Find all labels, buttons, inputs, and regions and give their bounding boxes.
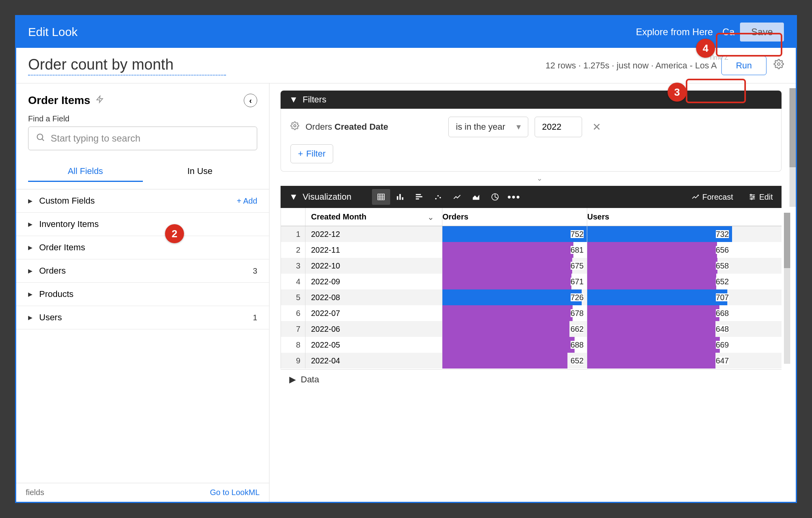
field-group[interactable]: ▸Inventory Items (16, 213, 269, 236)
field-group-label: Inventory Items (39, 219, 257, 229)
svg-point-21 (698, 195, 698, 196)
viz-scatter-icon[interactable] (429, 189, 447, 205)
field-group[interactable]: ▸Products (16, 283, 269, 306)
explore-from-here-link[interactable]: Explore from Here (636, 26, 713, 38)
cell-orders[interactable]: 671 (442, 274, 587, 289)
bolt-icon[interactable] (96, 95, 104, 106)
viz-bar-icon[interactable] (410, 189, 428, 205)
gear-icon[interactable] (290, 121, 299, 132)
cell-orders[interactable]: 675 (442, 258, 587, 274)
cell-users[interactable]: 658 (587, 258, 732, 274)
main-scrollbar[interactable] (789, 88, 796, 207)
gear-icon[interactable] (774, 59, 784, 72)
users-value: 656 (716, 246, 729, 254)
cell-users[interactable]: 656 (587, 242, 732, 258)
column-header-orders[interactable]: Orders (442, 208, 587, 226)
cell-orders[interactable]: 688 (442, 337, 587, 353)
users-value: 669 (716, 341, 729, 349)
search-field-box[interactable] (28, 127, 257, 150)
cell-orders[interactable]: 726 (442, 289, 587, 305)
caret-right-icon: ▸ (28, 242, 34, 253)
field-picker-sidebar: Order Items ‹ Find a Field All Fields (16, 83, 269, 502)
svg-point-25 (750, 194, 751, 195)
data-section-header[interactable]: ▶ Data (281, 369, 782, 389)
visualization-header[interactable]: ▼ Visualization ••• Forecast (281, 186, 782, 208)
row-index: 2 (281, 242, 305, 258)
viz-edit-button[interactable]: Edit (748, 193, 773, 202)
svg-rect-5 (378, 194, 385, 200)
add-custom-field-link[interactable]: + Add (237, 197, 257, 206)
cell-month[interactable]: 2022-04 (305, 353, 442, 369)
cell-users[interactable]: 652 (587, 274, 732, 289)
cell-month[interactable]: 2022-07 (305, 305, 442, 321)
field-tabs: All Fields In Use (28, 161, 257, 182)
viz-pie-icon[interactable] (486, 189, 504, 205)
annotation-4: 4 (696, 39, 715, 58)
grid-scrollbar[interactable] (784, 213, 790, 364)
cell-orders[interactable]: 652 (442, 353, 587, 369)
filter-row: Orders Created Date is in the year ▾ ✕ (290, 117, 772, 137)
svg-rect-14 (416, 196, 423, 197)
caret-down-icon: ▼ (289, 95, 298, 105)
cell-users[interactable]: 669 (587, 337, 732, 353)
add-filter-button[interactable]: + Filter (290, 144, 333, 163)
grid-header-index (281, 208, 305, 226)
row-index: 1 (281, 226, 305, 242)
page-mode-title: Edit Look (28, 25, 78, 39)
cell-orders[interactable]: 752 (442, 226, 587, 242)
cell-users[interactable]: 648 (587, 321, 732, 337)
cancel-link[interactable]: Ca (723, 26, 735, 38)
filters-header[interactable]: ▼ Filters (281, 91, 782, 109)
field-group[interactable]: ▸Order Items (16, 236, 269, 259)
tab-all-fields[interactable]: All Fields (28, 161, 143, 182)
cell-month[interactable]: 2022-08 (305, 289, 442, 305)
column-header-users[interactable]: Users (587, 208, 732, 226)
cell-month[interactable]: 2022-05 (305, 337, 442, 353)
column-header-month[interactable]: Created Month ⌄ (305, 208, 442, 226)
viz-more-icon[interactable]: ••• (505, 189, 523, 205)
cell-month[interactable]: 2022-10 (305, 258, 442, 274)
row-index: 8 (281, 337, 305, 353)
cell-users[interactable]: 707 (587, 289, 732, 305)
cell-month[interactable]: 2022-12 (305, 226, 442, 242)
viz-line-icon[interactable] (448, 189, 466, 205)
tab-in-use[interactable]: In Use (143, 161, 258, 182)
cell-month[interactable]: 2022-06 (305, 321, 442, 337)
cell-orders[interactable]: 678 (442, 305, 587, 321)
viz-area-icon[interactable] (467, 189, 485, 205)
users-value: 652 (716, 278, 729, 285)
table-row: 92022-04652647 (281, 353, 782, 369)
fields-footer-label: fields (26, 488, 44, 497)
remove-filter-icon[interactable]: ✕ (592, 121, 601, 133)
viz-column-icon[interactable] (391, 189, 409, 205)
cell-orders[interactable]: 662 (442, 321, 587, 337)
cell-orders[interactable]: 681 (442, 242, 587, 258)
cell-users[interactable]: 668 (587, 305, 732, 321)
filter-value-input[interactable] (535, 117, 582, 137)
expand-section-icon[interactable]: ⌄ (537, 174, 543, 183)
table-row: 12022-12752732 (281, 226, 782, 242)
field-group[interactable]: ▸Custom Fields+ Add (16, 189, 269, 213)
cell-month[interactable]: 2022-11 (305, 242, 442, 258)
table-row: 42022-09671652 (281, 274, 782, 289)
filter-operator-select[interactable]: is in the year ▾ (448, 117, 528, 137)
viz-table-icon[interactable] (372, 189, 390, 205)
field-group[interactable]: ▸Users1 (16, 306, 269, 329)
table-row: 22022-11681656 (281, 242, 782, 258)
cell-users[interactable]: 732 (587, 226, 732, 242)
forecast-button[interactable]: Forecast (691, 193, 733, 202)
look-title-input[interactable] (28, 55, 226, 76)
top-bar: Edit Look Explore from Here Ca Save (16, 16, 796, 48)
sidebar-footer: fields Go to LookML (16, 483, 269, 502)
cell-month[interactable]: 2022-09 (305, 274, 442, 289)
caret-right-icon: ▶ (289, 374, 296, 385)
svg-point-18 (440, 197, 441, 199)
caret-right-icon: ▸ (28, 289, 34, 299)
cell-users[interactable]: 647 (587, 353, 732, 369)
collapse-sidebar-button[interactable]: ‹ (244, 94, 257, 107)
save-button[interactable]: Save (740, 23, 784, 42)
row-index: 9 (281, 353, 305, 369)
field-group[interactable]: ▸Orders3 (16, 259, 269, 283)
go-to-lookml-link[interactable]: Go to LookML (210, 488, 260, 497)
search-input[interactable] (51, 133, 250, 144)
